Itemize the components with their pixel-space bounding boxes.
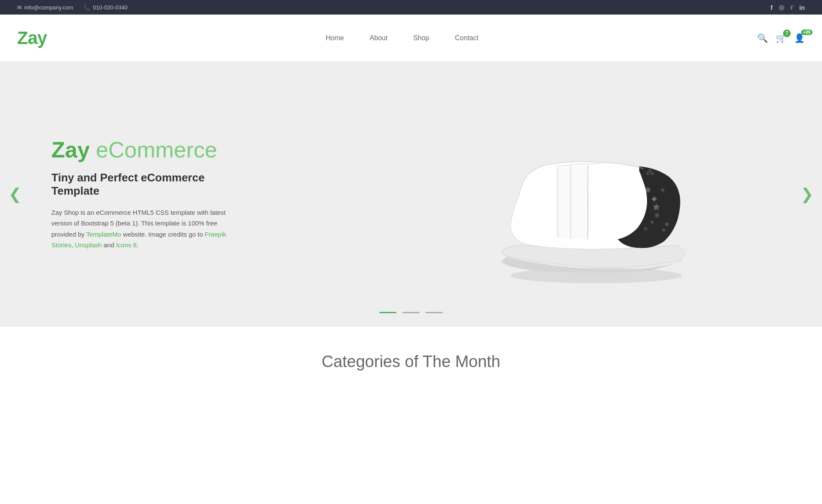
- search-icon: 🔍: [757, 33, 768, 43]
- svg-text:✤: ✤: [643, 226, 648, 232]
- cart-badge: 7: [783, 30, 791, 37]
- instagram-link[interactable]: ◎: [779, 3, 784, 11]
- hero-desc: Zay Shop is an eCommerce HTML5 CSS templ…: [51, 207, 227, 251]
- nav-home[interactable]: Home: [326, 34, 344, 42]
- shoe-illustration: ✦ ❋ ✦ ✤ ⁂: [464, 92, 703, 297]
- user-badge: +99: [801, 30, 813, 35]
- svg-text:❋: ❋: [654, 212, 660, 219]
- phone-contact: 📞 010-020-0340: [83, 4, 128, 11]
- nav-icons: 🔍 🛒 7 👤 +99: [757, 33, 805, 43]
- dot-3[interactable]: [426, 312, 443, 313]
- hero-title: Zay eCommerce: [51, 138, 227, 162]
- svg-text:✦: ✦: [661, 226, 667, 234]
- svg-point-2: [645, 187, 650, 193]
- email-contact: ✉ info@company.com: [17, 4, 73, 11]
- logo[interactable]: Zay: [17, 28, 47, 48]
- nav-about[interactable]: About: [369, 34, 387, 42]
- svg-point-4: [665, 222, 669, 226]
- slider-next-button[interactable]: ❯: [796, 181, 818, 208]
- slider-prev-button[interactable]: ❮: [4, 181, 26, 208]
- templatemo-link[interactable]: TemplateMo: [86, 231, 121, 238]
- top-bar-contact: ✉ info@company.com 📞 010-020-0340: [17, 4, 128, 11]
- email-icon: ✉: [17, 4, 22, 11]
- nav-links: Home About Shop Contact: [326, 34, 479, 42]
- hero-desc-end: and: [102, 241, 116, 249]
- svg-text:✦: ✦: [650, 194, 658, 205]
- cart-button[interactable]: 🛒 7: [776, 33, 786, 43]
- linkedin-link[interactable]: in: [799, 4, 805, 11]
- nav-contact[interactable]: Contact: [455, 34, 479, 42]
- hero-title-green: Zay: [51, 137, 90, 162]
- twitter-link[interactable]: 𝕣: [790, 3, 793, 11]
- facebook-link[interactable]: f: [771, 4, 773, 11]
- hero-image: ✦ ❋ ✦ ✤ ⁂: [345, 62, 822, 327]
- user-button[interactable]: 👤 +99: [794, 33, 805, 43]
- nav-shop[interactable]: Shop: [413, 34, 429, 42]
- phone-icon: 📞: [83, 4, 90, 11]
- hero-desc-and: ,: [71, 241, 75, 249]
- icons8-link[interactable]: Icons 8: [116, 241, 137, 249]
- hero-content: Zay eCommerce Tiny and Perfect eCommerce…: [0, 104, 278, 285]
- email-text: info@company.com: [24, 4, 73, 11]
- hero-desc-period: .: [137, 241, 138, 249]
- hero-subtitle: Tiny and Perfect eCommerce Template: [51, 171, 227, 198]
- unsplash-link[interactable]: Unsplash: [75, 241, 102, 249]
- top-bar: ✉ info@company.com 📞 010-020-0340 f ◎ 𝕣 …: [0, 0, 822, 15]
- search-button[interactable]: 🔍: [757, 33, 768, 43]
- hero-section: ❮ Zay eCommerce Tiny and Perfect eCommer…: [0, 62, 822, 327]
- hero-title-light: eCommerce: [96, 137, 217, 162]
- svg-text:⁂: ⁂: [646, 167, 654, 177]
- categories-section: Categories of The Month: [0, 327, 822, 379]
- dot-1[interactable]: [379, 312, 396, 313]
- hero-desc-middle: website. Image credits go to: [121, 231, 205, 238]
- categories-title: Categories of The Month: [17, 353, 805, 371]
- slider-dots: [379, 312, 443, 313]
- phone-text: 010-020-0340: [93, 4, 128, 11]
- dot-2[interactable]: [402, 312, 420, 313]
- navbar: Zay Home About Shop Contact 🔍 🛒 7 👤 +99: [0, 15, 822, 62]
- social-links: f ◎ 𝕣 in: [771, 3, 805, 11]
